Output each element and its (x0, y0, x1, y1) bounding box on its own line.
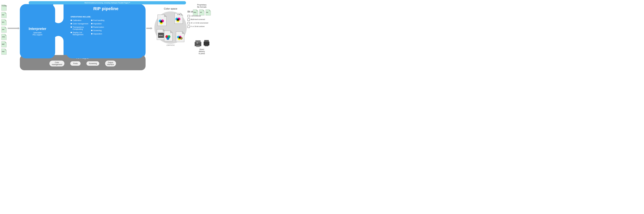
svg-text:TIFF: TIFF (200, 12, 202, 13)
svg-text:K: K (178, 21, 178, 22)
svg-marker-46 (182, 31, 184, 34)
png-icon: PNG (1, 48, 7, 55)
svg-point-51 (178, 37, 180, 39)
svg-marker-10 (5, 27, 6, 28)
svg-rect-54 (188, 22, 190, 24)
api-pills-container: Colormanagement Fonts Screening Outputin… (20, 61, 146, 66)
svg-rect-68 (196, 43, 198, 43)
banner-text: Multi-threaded processing, including Har… (84, 2, 130, 4)
direct-output: Directdeliveryto press (190, 39, 214, 55)
bmp-icon: BMP (1, 41, 7, 48)
ops-item: Display ListManagement (70, 31, 88, 36)
svg-rect-55 (188, 26, 190, 28)
ops-label: Display ListManagement (73, 31, 83, 36)
top-banner: Multi-threaded processing, including Har… (29, 1, 186, 4)
svg-rect-66 (196, 40, 200, 43)
svg-marker-13 (5, 34, 6, 35)
list-item: XPS (1, 19, 7, 25)
cmyk-doc-2: C M K (174, 13, 184, 24)
svg-rect-52 (188, 15, 190, 17)
operations-panel: OPERATIONS INCLUDE: Calibration Color ma… (66, 4, 144, 58)
pdf-icon: PDF (1, 12, 7, 18)
svg-point-26 (160, 20, 162, 23)
proprietary-title: Proprietaryfile formats (190, 4, 214, 8)
ops-item: Imposition (91, 23, 104, 25)
operations-columns: Calibration Color management Transparenc… (70, 19, 140, 36)
bit-depth-icon (188, 18, 190, 21)
bit-depth-label: Multi-level screened (190, 18, 205, 20)
list-item: BMP (1, 41, 7, 48)
printer-icons (190, 39, 214, 48)
svg-rect-53 (188, 19, 190, 21)
rip-pipeline-title: RIP pipeline (68, 6, 144, 11)
jpeg-icon: JPEG (1, 34, 7, 40)
ops-item: Calibration (70, 19, 88, 21)
bit-depth-icon (188, 15, 190, 17)
proprietary-icons: JPEG TIFF PDF (190, 9, 214, 16)
svg-marker-19 (5, 49, 6, 50)
svg-text:PNG: PNG (2, 51, 4, 52)
ops-label: Font handling (93, 19, 104, 21)
svg-marker-29 (181, 13, 183, 15)
svg-point-44 (166, 37, 170, 40)
bit-depth-icon (188, 22, 190, 24)
interpreter-section: Interpreter SelectablePDL support (20, 4, 55, 58)
svg-marker-63 (209, 9, 211, 11)
jpeg-output-icon: JPEG (193, 9, 198, 16)
svg-marker-16 (5, 41, 6, 43)
ops-label: Rasterization (93, 26, 104, 28)
proprietary-output: Proprietaryfile formats JPEG TIFF PDF (190, 4, 214, 16)
svg-text:PDF: PDF (206, 12, 208, 13)
operations-header: OPERATIONS INCLUDE: (70, 16, 140, 18)
direct-title: Directdeliveryto press (190, 48, 214, 55)
svg-text:JPEG: JPEG (194, 12, 196, 13)
large-printer-icon (194, 39, 202, 48)
svg-marker-41 (170, 31, 172, 33)
api-pill-color: Colormanagement (50, 61, 64, 66)
svg-text:BMP: BMP (2, 44, 4, 45)
list-item: JPEG (1, 34, 7, 40)
ops-item: Color management (70, 23, 88, 25)
list-item: TIFF (1, 26, 7, 33)
cmyk-doc-1: W (157, 14, 168, 26)
tiff-output-icon: TIFF (199, 9, 205, 16)
api-pill-screening: Screening (86, 61, 99, 66)
ops-item: Screening (91, 29, 104, 31)
svg-text:W: W (161, 15, 162, 17)
ops-label: Imposition (93, 23, 102, 25)
svg-rect-70 (204, 40, 209, 42)
input-arrow (8, 27, 20, 29)
operations-col2: Font handling Imposition Rasterization S… (91, 19, 104, 36)
input-files: PostScript PDF XPS TIFF (1, 4, 7, 55)
ops-label: Color management (73, 23, 88, 25)
screening-label: Screening (93, 29, 102, 31)
svg-marker-7 (5, 19, 6, 21)
svg-marker-4 (5, 12, 6, 13)
color-space-label: (CMYKOV) (153, 44, 188, 46)
api-pill-output: Outputinterface (105, 61, 116, 66)
svg-text:XPS: XPS (2, 21, 4, 23)
list-item: PDF (1, 12, 7, 18)
color-space-circle: W C M K MONO (154, 11, 187, 44)
pdf-output-icon: PDF (206, 9, 211, 16)
xps-icon: XPS (1, 19, 7, 25)
rip-to-colorspace-arrow (146, 27, 152, 29)
list-item: PNG (1, 48, 7, 55)
main-container: Multi-threaded processing, including Har… (0, 0, 215, 71)
interpreter-subtitle: SelectablePDL support (33, 32, 42, 36)
color-space-section: Color space W C M K (153, 7, 188, 46)
svg-text:C M: C M (178, 14, 180, 15)
operations-col1: Calibration Color management Transparenc… (70, 19, 88, 36)
ops-item: Rasterization (91, 26, 104, 28)
svg-text:TIFF: TIFF (2, 29, 4, 30)
cmykov-doc (176, 31, 185, 42)
bit-depth-label: 10- or 12-bit unscreened (190, 22, 208, 24)
ops-label: Calibration (73, 19, 82, 21)
bit-depth-item: 10- or 12-bit unscreened (188, 22, 215, 24)
svg-marker-57 (196, 9, 198, 11)
small-printer-icon (203, 39, 210, 47)
svg-marker-60 (203, 9, 204, 11)
svg-rect-71 (205, 45, 208, 46)
ops-label: TransparencyCompositing (73, 26, 84, 30)
api-pill-fonts: Fonts (70, 61, 80, 66)
